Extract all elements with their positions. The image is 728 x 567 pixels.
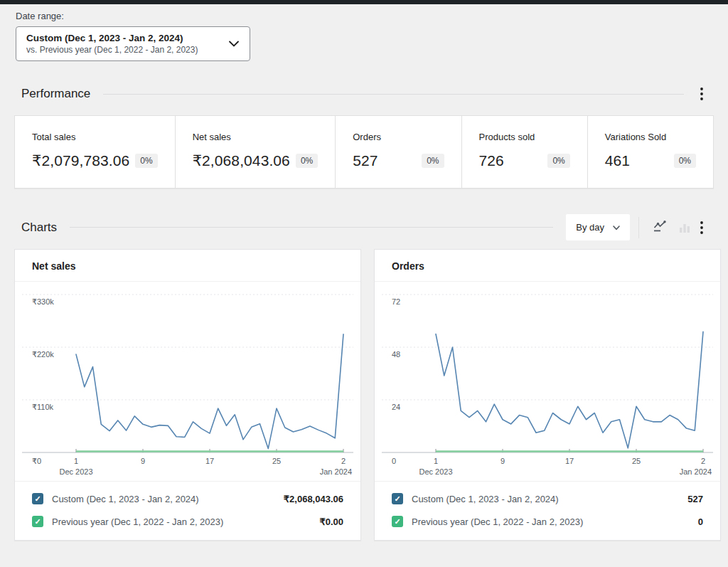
svg-text:72: 72 (392, 297, 400, 306)
svg-text:₹220k: ₹220k (32, 350, 54, 359)
date-range-picker[interactable]: Custom (Dec 1, 2023 - Jan 2, 2024) vs. P… (16, 26, 250, 61)
performance-section-header: Performance (21, 85, 707, 102)
stat-label: Variations Sold (605, 132, 696, 142)
legend-value: ₹2,068,043.06 (284, 494, 343, 504)
svg-text:48: 48 (392, 350, 400, 359)
charts-section-header: Charts By day (21, 214, 707, 240)
legend-label: Previous year (Dec 1, 2022 - Jan 2, 2023… (52, 516, 319, 527)
interval-select[interactable]: By day (566, 214, 630, 240)
svg-text:₹0: ₹0 (32, 457, 41, 465)
svg-text:Jan 2024: Jan 2024 (320, 467, 352, 476)
stat-delta-badge: 0% (135, 154, 157, 168)
checkbox-checked-icon[interactable]: ✓ (32, 493, 43, 504)
chart-plot: ₹330k₹220k₹110k₹01Dec 2023917252Jan 2024 (22, 283, 353, 478)
section-divider (103, 94, 684, 95)
legend-label: Custom (Dec 1, 2023 - Jan 2, 2024) (412, 494, 687, 504)
svg-text:1: 1 (434, 457, 438, 465)
date-range-label: Date range: (16, 11, 728, 21)
svg-text:2: 2 (341, 457, 346, 465)
chart-legend: ✓ Custom (Dec 1, 2023 - Jan 2, 2024) ₹2,… (15, 481, 360, 540)
svg-text:9: 9 (500, 457, 505, 465)
stat-delta-badge: 0% (674, 154, 696, 168)
stat-value: ₹2,068,043.06 (193, 152, 290, 169)
chart-legend: ✓ Custom (Dec 1, 2023 - Jan 2, 2024) 527… (375, 481, 720, 540)
date-range-comparison: vs. Previous year (Dec 1, 2022 - Jan 2, … (26, 45, 198, 55)
stat-card-products-sold[interactable]: Products sold 726 0% (462, 116, 588, 188)
svg-text:₹110k: ₹110k (32, 403, 54, 411)
svg-text:24: 24 (392, 403, 400, 411)
legend-row-previous-year[interactable]: ✓ Previous year (Dec 1, 2022 - Jan 2, 20… (375, 510, 720, 533)
stat-label: Products sold (479, 132, 570, 142)
orders-chart[interactable]: 72482401Dec 2023917252Jan 2024 (375, 282, 720, 481)
section-divider (70, 227, 553, 228)
chart-plot: 72482401Dec 2023917252Jan 2024 (382, 283, 713, 478)
legend-value: 0 (698, 516, 703, 527)
performance-kebab-menu-icon[interactable] (697, 85, 707, 102)
checkbox-checked-icon[interactable]: ✓ (392, 516, 403, 527)
stat-value: 726 (479, 152, 504, 169)
orders-chart-card: Orders 72482401Dec 2023917252Jan 2024 ✓ … (374, 249, 721, 541)
checkbox-checked-icon[interactable]: ✓ (392, 493, 403, 504)
legend-row-custom[interactable]: ✓ Custom (Dec 1, 2023 - Jan 2, 2024) ₹2,… (15, 487, 360, 510)
chart-title: Orders (375, 250, 720, 282)
date-range-primary: Custom (Dec 1, 2023 - Jan 2, 2024) (26, 33, 198, 43)
stat-label: Net sales (193, 132, 318, 142)
stat-card-total-sales[interactable]: Total sales ₹2,079,783.06 0% (15, 116, 176, 188)
controls-divider (638, 217, 639, 238)
legend-row-custom[interactable]: ✓ Custom (Dec 1, 2023 - Jan 2, 2024) 527 (375, 487, 720, 510)
svg-text:Jan 2024: Jan 2024 (680, 467, 712, 476)
legend-row-previous-year[interactable]: ✓ Previous year (Dec 1, 2022 - Jan 2, 20… (15, 510, 360, 533)
legend-label: Custom (Dec 1, 2023 - Jan 2, 2024) (52, 494, 284, 504)
stat-value: 527 (353, 152, 378, 169)
stat-label: Total sales (32, 132, 158, 142)
svg-text:17: 17 (205, 457, 214, 465)
legend-label: Previous year (Dec 1, 2022 - Jan 2, 2023… (412, 516, 698, 527)
svg-text:Dec 2023: Dec 2023 (419, 467, 452, 476)
net-sales-chart-card: Net sales ₹330k₹220k₹110k₹01Dec 20239172… (14, 249, 361, 541)
svg-text:25: 25 (272, 457, 281, 465)
stat-card-orders[interactable]: Orders 527 0% (336, 116, 461, 188)
svg-text:17: 17 (565, 457, 574, 465)
charts-row: Net sales ₹330k₹220k₹110k₹01Dec 20239172… (14, 249, 714, 541)
stat-value: 461 (605, 152, 630, 169)
svg-text:1: 1 (74, 457, 78, 465)
stat-delta-badge: 0% (422, 154, 444, 168)
charts-title: Charts (21, 221, 57, 235)
stat-card-net-sales[interactable]: Net sales ₹2,068,043.06 0% (176, 116, 336, 188)
svg-text:2: 2 (701, 457, 705, 465)
legend-value: 527 (687, 494, 703, 504)
performance-title: Performance (21, 87, 90, 101)
admin-top-bar (0, 0, 728, 4)
svg-text:25: 25 (632, 457, 641, 465)
stat-card-variations-sold[interactable]: Variations Sold 461 0% (588, 116, 713, 188)
svg-text:0: 0 (392, 457, 396, 465)
charts-kebab-menu-icon[interactable] (697, 219, 707, 236)
chevron-down-icon (613, 222, 620, 233)
line-chart-icon[interactable] (651, 218, 669, 236)
svg-text:₹330k: ₹330k (32, 297, 54, 306)
stat-delta-badge: 0% (296, 154, 318, 168)
svg-text:9: 9 (141, 457, 145, 465)
checkbox-checked-icon[interactable]: ✓ (32, 516, 43, 527)
interval-select-value: By day (576, 222, 604, 233)
stat-label: Orders (353, 132, 444, 142)
chart-title: Net sales (15, 250, 360, 282)
net-sales-chart[interactable]: ₹330k₹220k₹110k₹01Dec 2023917252Jan 2024 (15, 282, 360, 481)
stat-delta-badge: 0% (547, 154, 569, 168)
performance-stats-row: Total sales ₹2,079,783.06 0% Net sales ₹… (14, 115, 714, 189)
legend-value: ₹0.00 (319, 516, 343, 527)
svg-text:Dec 2023: Dec 2023 (59, 467, 92, 476)
bar-chart-icon[interactable] (676, 219, 693, 236)
chevron-down-icon (228, 38, 240, 51)
stat-value: ₹2,079,783.06 (32, 152, 129, 169)
